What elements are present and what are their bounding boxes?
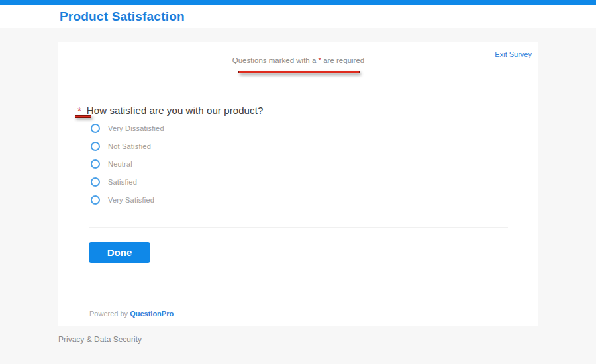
powered-by: Powered by QuestionPro [89,310,174,318]
question-required-asterisk: * [77,105,81,116]
option-row-very-dissatisfied[interactable]: Very Dissatisfied [91,119,164,137]
page-header: Product Satisfaction [0,5,596,28]
option-row-not-satisfied[interactable]: Not Satisfied [91,137,164,155]
question: * How satisfied are you with our product… [77,105,263,116]
option-label: Very Satisfied [108,196,154,204]
question-text: How satisfied are you with our product? [87,105,264,116]
powered-by-prefix: Powered by [89,310,130,318]
radio-very-satisfied[interactable] [91,195,100,205]
required-note-prefix: Questions marked with a [232,56,319,64]
option-row-neutral[interactable]: Neutral [91,155,164,173]
annotation-underline-question-asterisk [75,115,91,118]
survey-card: Exit Survey Questions marked with a * ar… [58,42,538,326]
required-note: Questions marked with a * are required [58,56,538,64]
privacy-data-security-link[interactable]: Privacy & Data Security [58,335,142,344]
radio-satisfied[interactable] [91,177,100,187]
option-label: Not Satisfied [108,142,151,150]
option-label: Neutral [108,160,132,168]
options-group: Very Dissatisfied Not Satisfied Neutral … [91,119,164,208]
done-button[interactable]: Done [89,242,150,263]
radio-neutral[interactable] [91,159,100,169]
required-note-suffix: are required [321,56,364,64]
radio-not-satisfied[interactable] [91,142,100,151]
option-row-satisfied[interactable]: Satisfied [91,173,164,191]
option-row-very-satisfied[interactable]: Very Satisfied [91,191,164,208]
option-label: Satisfied [108,178,137,186]
option-label: Very Dissatisfied [108,124,164,132]
top-accent-bar [0,0,596,5]
annotation-underline-required-note [238,71,360,73]
questionpro-link[interactable]: QuestionPro [130,310,174,318]
radio-very-dissatisfied[interactable] [91,124,100,133]
page-title: Product Satisfaction [60,9,185,24]
section-divider [89,227,508,228]
